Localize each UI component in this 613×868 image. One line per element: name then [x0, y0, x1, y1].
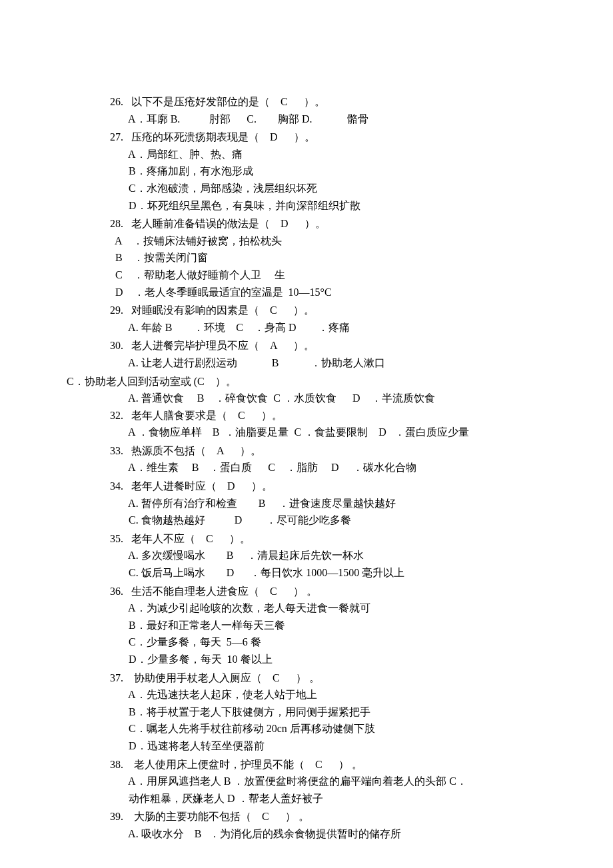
question-stem: 27. 压疮的坏死溃疡期表现是（ D ）。: [110, 129, 546, 146]
question-stem: 30. 老人进餐完毕护理员不应（ A ）。: [110, 337, 546, 354]
option-line: A．先迅速扶老人起床，使老人站于地上: [110, 686, 546, 703]
document-body: 26. 以下不是压疮好发部位的是（ C ）。 A．耳廓 B. 肘部 C. 胸部 …: [110, 93, 546, 843]
option-line: C ．帮助老人做好睡前个人卫 生: [110, 266, 546, 284]
option-line: B ．按需关闭门窗: [110, 249, 546, 266]
question-39: 39. 大肠的主要功能不包括（ C ） 。 A. 吸收水分 B ．为消化后的残余…: [110, 808, 546, 842]
option-line: A．局部红、肿、热、痛: [110, 146, 546, 163]
option-line: A. 让老人进行剧烈运动 B ．协助老人漱口: [110, 354, 546, 372]
option-line: D ．老人冬季睡眠最适宜的室温是 10—15°C: [110, 284, 546, 301]
option-line: D．坏死组织呈黑色，有臭味，并向深部组织扩散: [110, 197, 546, 215]
option-line: C．嘱老人先将手杖往前移动 20cn 后再移动健侧下肢: [110, 720, 546, 737]
question-stem: 34. 老年人进餐时应（ D ）。: [110, 478, 546, 495]
question-27: 27. 压疮的坏死溃疡期表现是（ D ）。 A．局部红、肿、热、痛 B．疼痛加剧…: [110, 129, 546, 214]
question-stem: 39. 大肠的主要功能不包括（ C ） 。: [110, 808, 546, 825]
option-line: A．用屏风遮挡老人 B ．放置便盆时将便盆的扁平端向着老人的头部 C．: [110, 773, 546, 790]
question-33: 33. 热源质不包括（ A ）。 A．维生素 B ．蛋白质 C ．脂肪 D ．碳…: [110, 442, 546, 476]
option-line: A．为减少引起呛咳的次数，老人每天进食一餐就可: [110, 600, 546, 617]
option-line: B．疼痛加剧，有水泡形成: [110, 163, 546, 180]
option-line: D．少量多餐，每天 10 餐以上: [110, 651, 546, 668]
question-38: 38. 老人使用床上便盆时，护理员不能（ C ） 。 A．用屏风遮挡老人 B ．…: [110, 756, 546, 807]
question-26: 26. 以下不是压疮好发部位的是（ C ）。 A．耳廓 B. 肘部 C. 胸部 …: [110, 93, 546, 127]
question-stem: 38. 老人使用床上便盆时，护理员不能（ C ） 。: [110, 756, 546, 773]
question-stem: 26. 以下不是压疮好发部位的是（ C ）。: [110, 93, 546, 111]
option-line: C．少量多餐，每天 5—6 餐: [110, 634, 546, 651]
option-line: B．最好和正常老人一样每天三餐: [110, 617, 546, 634]
option-line: D．迅速将老人转至坐便器前: [110, 737, 546, 755]
question-37: 37. 协助使用手杖老人入厕应（ C ） 。 A．先迅速扶老人起床，使老人站于地…: [110, 669, 546, 755]
option-line: B．将手杖置于老人下肢健侧方，用同侧手握紧把手: [110, 703, 546, 721]
question-stem: 29. 对睡眠没有影响的因素是（ C ）。: [110, 302, 546, 319]
question-stem: 37. 协助使用手杖老人入厕应（ C ） 。: [110, 669, 546, 687]
question-stem: 36. 生活不能自理老人进食应（ C ） 。: [110, 583, 546, 600]
question-stem: 33. 热源质不包括（ A ）。: [110, 442, 546, 460]
question-36: 36. 生活不能自理老人进食应（ C ） 。 A．为减少引起呛咳的次数，老人每天…: [110, 583, 546, 668]
question-stem: 32. 老年人膳食要求是（ C ）。: [110, 407, 546, 424]
option-line: A ．按铺床法铺好被窝，拍松枕头: [110, 232, 546, 250]
question-stem: 35. 老年人不应（ C ）。: [110, 530, 546, 548]
option-line: A. 多次缓慢喝水 B ．清晨起床后先饮一杯水: [110, 547, 546, 564]
option-line: C. 食物越热越好 D ．尽可能少吃多餐: [110, 512, 546, 529]
question-35: 35. 老年人不应（ C ）。 A. 多次缓慢喝水 B ．清晨起床后先饮一杯水 …: [110, 530, 546, 582]
question-28: 28. 老人睡前准备错误的做法是（ D ）。 A ．按铺床法铺好被窝，拍松枕头 …: [110, 215, 546, 300]
option-line: A. 年龄 B ．环境 C ．身高 D ．疼痛: [110, 319, 546, 336]
question-29: 29. 对睡眠没有影响的因素是（ C ）。 A. 年龄 B ．环境 C ．身高 …: [110, 302, 546, 336]
option-line: C. 饭后马上喝水 D ．每日饮水 1000—1500 毫升以上: [110, 564, 546, 582]
option-line: A. 普通饮食 B ．碎食饮食 C ．水质饮食 D ．半流质饮食: [110, 390, 546, 407]
option-line: A．维生素 B ．蛋白质 C ．脂肪 D ．碳水化合物: [110, 459, 546, 476]
question-30: 30. 老人进餐完毕护理员不应（ A ）。 A. 让老人进行剧烈运动 B ．协助…: [110, 337, 546, 371]
question-stem: 28. 老人睡前准备错误的做法是（ D ）。: [110, 215, 546, 232]
option-line: C．水泡破溃，局部感染，浅层组织坏死: [110, 180, 546, 197]
option-line: A ．食物应单样 B ．油脂要足量 C ．食盐要限制 D ．蛋白质应少量: [110, 424, 546, 441]
merged-question-line: C．协助老人回到活动室或 (C ）。: [67, 373, 546, 390]
question-34: 34. 老年人进餐时应（ D ）。 A. 暂停所有治疗和检查 B ．进食速度尽量…: [110, 478, 546, 529]
option-line: A．耳廓 B. 肘部 C. 胸部 D. 骼骨: [110, 111, 546, 128]
option-line: A. 吸收水分 B ．为消化后的残余食物提供暂时的储存所: [110, 825, 546, 843]
question-32: 32. 老年人膳食要求是（ C ）。 A ．食物应单样 B ．油脂要足量 C ．…: [110, 407, 546, 441]
option-line: 动作粗暴，厌嫌老人 D ．帮老人盖好被子: [110, 790, 546, 807]
option-line: A. 暂停所有治疗和检查 B ．进食速度尽量越快越好: [110, 495, 546, 512]
